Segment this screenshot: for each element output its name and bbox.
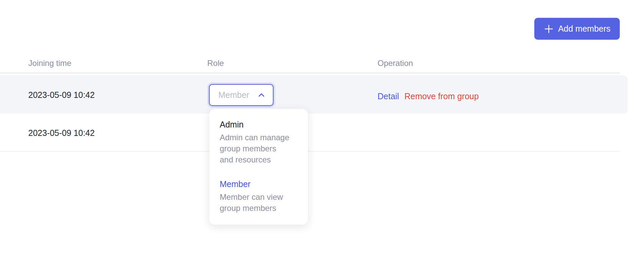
column-header-operation: Operation — [378, 59, 413, 68]
remove-from-group-link[interactable]: Remove from group — [404, 91, 479, 101]
operation-cell: Detail Remove from group — [378, 91, 479, 101]
role-option-member[interactable]: Member Member can view group members — [220, 179, 299, 214]
row-divider — [0, 151, 620, 152]
role-option-admin[interactable]: Admin Admin can manage group members and… — [220, 119, 299, 165]
column-header-joining-time: Joining time — [28, 59, 71, 68]
header-divider — [0, 73, 620, 73]
role-option-description: group members — [220, 202, 299, 214]
role-option-description: group members — [220, 143, 299, 154]
role-dropdown-panel: Admin Admin can manage group members and… — [209, 109, 308, 225]
add-members-label: Add members — [558, 24, 611, 34]
role-option-title: Admin — [220, 119, 299, 130]
role-option-description: and resources — [220, 154, 299, 165]
role-option-title: Member — [220, 179, 299, 189]
chevron-up-icon — [257, 91, 265, 99]
role-select-trigger[interactable]: Member — [209, 84, 274, 106]
role-option-description: Member can view — [220, 191, 299, 202]
column-header-role: Role — [207, 59, 224, 68]
joining-time-cell: 2023-05-09 10:42 — [28, 90, 95, 100]
role-select-value: Member — [218, 90, 249, 100]
joining-time-cell: 2023-05-09 10:42 — [28, 128, 95, 138]
add-members-button[interactable]: Add members — [534, 18, 620, 40]
detail-link[interactable]: Detail — [378, 91, 399, 101]
role-option-description: Admin can manage — [220, 132, 299, 143]
plus-icon — [544, 24, 554, 34]
